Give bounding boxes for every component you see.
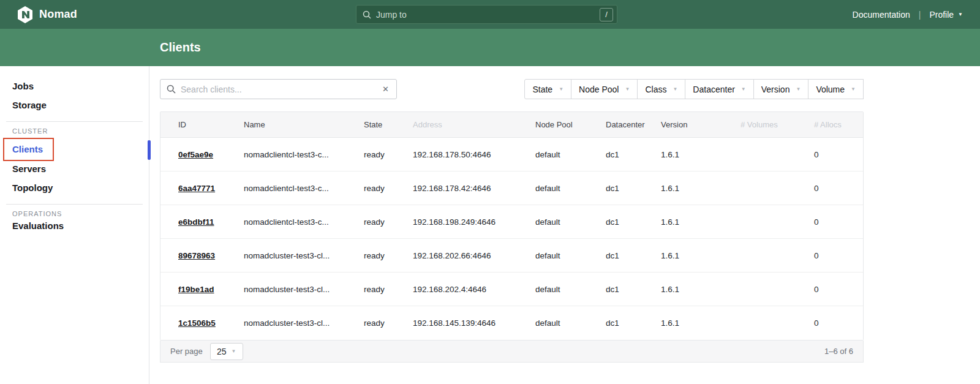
client-row[interactable]: 1c1506b5 nomadcluster-test3-cl... ready … <box>160 306 863 340</box>
active-item-indicator <box>148 140 151 160</box>
client-node-pool: default <box>528 273 598 306</box>
filter-dropdown[interactable]: State ▼ <box>524 79 571 99</box>
jump-to-search[interactable]: / <box>356 5 617 24</box>
client-name: nomadclientcl-test3-c... <box>236 138 356 171</box>
client-volumes <box>733 205 807 238</box>
client-row[interactable]: f19be1ad nomadcluster-test3-cl... ready … <box>160 273 863 306</box>
nomad-brand[interactable]: Nomad <box>17 6 77 23</box>
client-address: 192.168.178.42:4646 <box>405 171 528 205</box>
profile-menu-button[interactable]: Profile ▼ <box>929 10 963 20</box>
client-id-link[interactable]: 89678963 <box>178 251 215 260</box>
caret-down-icon: ▼ <box>851 87 856 92</box>
client-datacenter: dc1 <box>598 239 654 272</box>
filter-dropdown[interactable]: Datacenter ▼ <box>685 79 753 99</box>
client-address: 192.168.202.4:4646 <box>405 273 528 306</box>
sidebar-item-clients[interactable]: Clients <box>12 144 43 154</box>
column-header-address: Address <box>405 112 528 137</box>
nomad-logo-icon <box>17 6 33 23</box>
column-header-state[interactable]: State <box>356 112 405 137</box>
page-header: Clients <box>0 29 980 66</box>
client-id-link[interactable]: 0ef5ae9e <box>178 150 213 159</box>
client-address: 192.168.202.66:4646 <box>405 239 528 272</box>
client-datacenter: dc1 <box>598 205 654 238</box>
sidebar-item-jobs[interactable]: Jobs <box>0 81 149 92</box>
client-address: 192.168.145.139:4646 <box>405 306 528 340</box>
client-datacenter: dc1 <box>598 306 654 340</box>
client-row[interactable]: 6aa47771 nomadclientcl-test3-c... ready … <box>160 171 863 205</box>
client-id-link[interactable]: e6bdbf11 <box>178 217 214 227</box>
filter-dropdown[interactable]: Node Pool ▼ <box>571 79 638 99</box>
filter-dropdown[interactable]: Version ▼ <box>753 79 809 99</box>
clients-search-input[interactable] <box>181 85 381 94</box>
profile-label: Profile <box>929 10 954 20</box>
column-header-name[interactable]: Name <box>236 112 356 137</box>
client-name: nomadclientcl-test3-c... <box>236 205 356 238</box>
client-allocs: 0 <box>807 306 863 340</box>
client-state: ready <box>356 171 405 205</box>
client-datacenter: dc1 <box>598 138 654 171</box>
per-page-label: Per page <box>170 347 203 356</box>
column-header-node-pool[interactable]: Node Pool <box>528 112 598 137</box>
client-node-pool: default <box>528 138 598 171</box>
client-datacenter: dc1 <box>598 273 654 306</box>
caret-down-icon: ▼ <box>958 12 963 17</box>
main-content: ✕ State ▼ Node Pool ▼ Class ▼ <box>149 66 980 384</box>
client-name: nomadclientcl-test3-c... <box>236 171 356 205</box>
client-node-pool: default <box>528 239 598 272</box>
client-allocs: 0 <box>807 171 863 205</box>
keyboard-shortcut-hint: / <box>600 8 613 21</box>
client-node-pool: default <box>528 205 598 238</box>
sidebar-item-topology[interactable]: Topology <box>0 183 149 194</box>
client-id-link[interactable]: f19be1ad <box>178 285 214 294</box>
client-address: 192.168.178.50:4646 <box>405 138 528 171</box>
per-page-select[interactable]: 25 ▼ <box>210 343 243 360</box>
nav-separator: | <box>919 10 921 20</box>
client-name: nomadcluster-test3-cl... <box>236 239 356 272</box>
column-header-datacenter[interactable]: Datacenter <box>598 112 654 137</box>
client-datacenter: dc1 <box>598 171 654 205</box>
client-id-link[interactable]: 1c1506b5 <box>178 318 216 328</box>
sidebar: Jobs Storage CLUSTER Clients Servers Top… <box>0 66 149 384</box>
column-header-version[interactable]: Version <box>654 112 733 137</box>
top-navbar: Nomad / Documentation | Profile ▼ <box>0 0 980 29</box>
clear-search-icon[interactable]: ✕ <box>381 85 390 94</box>
client-row[interactable]: 89678963 nomadcluster-test3-cl... ready … <box>160 239 863 273</box>
sidebar-divider <box>6 121 143 122</box>
caret-down-icon: ▼ <box>559 87 564 92</box>
client-version: 1.6.1 <box>654 239 733 272</box>
filter-dropdown[interactable]: Class ▼ <box>637 79 685 99</box>
client-id-link[interactable]: 6aa47771 <box>178 184 215 193</box>
client-node-pool: default <box>528 171 598 205</box>
client-state: ready <box>356 138 405 171</box>
brand-name: Nomad <box>39 8 77 21</box>
client-volumes <box>733 138 807 171</box>
client-volumes <box>733 306 807 340</box>
client-volumes <box>733 171 807 205</box>
sidebar-item-evaluations[interactable]: Evaluations <box>0 220 149 232</box>
column-header-id[interactable]: ID <box>160 112 236 137</box>
client-version: 1.6.1 <box>654 306 733 340</box>
client-node-pool: default <box>528 306 598 340</box>
client-version: 1.6.1 <box>654 273 733 306</box>
client-address: 192.168.198.249:4646 <box>405 205 528 238</box>
client-version: 1.6.1 <box>654 171 733 205</box>
per-page-value: 25 <box>217 347 227 356</box>
sidebar-item-storage[interactable]: Storage <box>0 100 149 111</box>
client-name: nomadcluster-test3-cl... <box>236 306 356 340</box>
caret-down-icon: ▼ <box>741 87 746 92</box>
sidebar-section-operations: OPERATIONS <box>0 209 149 218</box>
client-state: ready <box>356 239 405 272</box>
client-state: ready <box>356 273 405 306</box>
client-allocs: 0 <box>807 138 863 171</box>
clients-search[interactable]: ✕ <box>160 79 397 99</box>
documentation-link[interactable]: Documentation <box>853 10 910 20</box>
client-state: ready <box>356 306 405 340</box>
filter-dropdown[interactable]: Volume ▼ <box>808 79 864 99</box>
sidebar-item-servers[interactable]: Servers <box>0 164 149 175</box>
client-row[interactable]: 0ef5ae9e nomadclientcl-test3-c... ready … <box>160 138 863 171</box>
jump-to-input[interactable] <box>376 10 600 20</box>
highlight-box: Clients <box>3 138 54 161</box>
page-title: Clients <box>160 40 201 55</box>
client-allocs: 0 <box>807 239 863 272</box>
client-row[interactable]: e6bdbf11 nomadclientcl-test3-c... ready … <box>160 205 863 239</box>
